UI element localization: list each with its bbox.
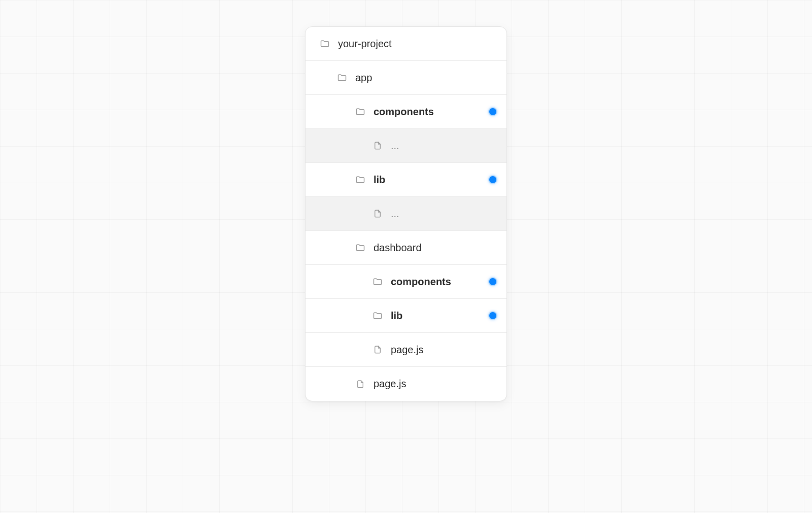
tree-row[interactable]: components bbox=[306, 265, 506, 299]
tree-row[interactable]: page.js bbox=[306, 367, 506, 401]
folder-icon bbox=[354, 242, 366, 254]
tree-item-label: page.js bbox=[391, 344, 424, 356]
highlight-dot bbox=[489, 278, 496, 285]
tree-item-label: lib bbox=[374, 174, 385, 186]
highlight-dot bbox=[489, 108, 496, 115]
tree-item-label: your-project bbox=[338, 38, 392, 50]
file-icon bbox=[371, 208, 384, 220]
file-tree-panel: your-project app components ... lib ... … bbox=[305, 26, 507, 401]
tree-item-label: app bbox=[355, 72, 372, 84]
tree-row[interactable]: ... bbox=[306, 197, 506, 231]
folder-icon bbox=[354, 174, 366, 186]
tree-row[interactable]: page.js bbox=[306, 333, 506, 367]
tree-row[interactable]: dashboard bbox=[306, 231, 506, 265]
tree-row[interactable]: your-project bbox=[306, 27, 506, 61]
tree-item-label: lib bbox=[391, 310, 402, 322]
folder-icon bbox=[336, 72, 348, 84]
folder-icon bbox=[371, 276, 384, 288]
tree-item-label: components bbox=[391, 276, 451, 288]
folder-icon bbox=[319, 38, 331, 50]
tree-item-label: ... bbox=[391, 208, 399, 220]
tree-row[interactable]: ... bbox=[306, 129, 506, 163]
tree-item-label: components bbox=[374, 106, 434, 118]
file-icon bbox=[371, 140, 384, 152]
tree-item-label: ... bbox=[391, 140, 399, 152]
file-icon bbox=[354, 378, 366, 390]
tree-row[interactable]: components bbox=[306, 95, 506, 129]
tree-item-label: page.js bbox=[374, 378, 407, 390]
tree-row[interactable]: lib bbox=[306, 163, 506, 197]
tree-row[interactable]: lib bbox=[306, 299, 506, 333]
folder-icon bbox=[354, 106, 366, 118]
folder-icon bbox=[371, 310, 384, 322]
file-icon bbox=[371, 344, 384, 356]
tree-item-label: dashboard bbox=[374, 242, 422, 254]
highlight-dot bbox=[489, 312, 496, 319]
tree-row[interactable]: app bbox=[306, 61, 506, 95]
highlight-dot bbox=[489, 176, 496, 183]
